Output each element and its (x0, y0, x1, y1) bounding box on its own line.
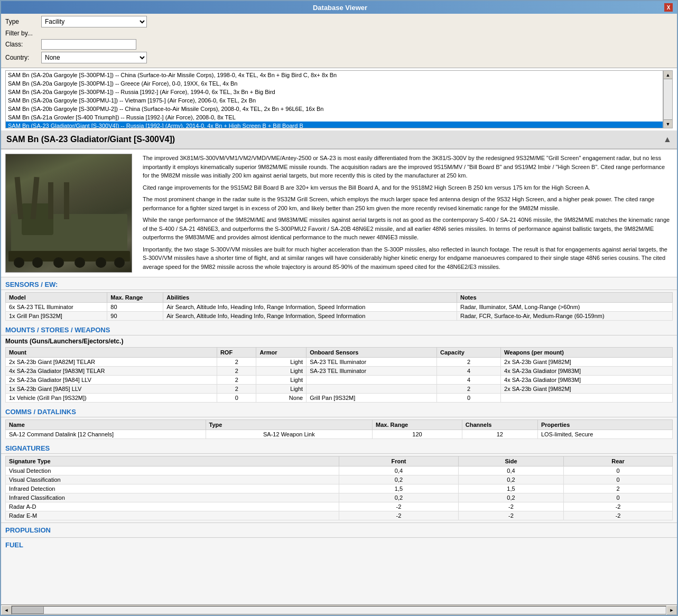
sensors-col-range: Max. Range (107, 293, 163, 303)
table-row: Radar A-D -2 -2 -2 (6, 502, 673, 511)
scroll-left-button[interactable]: ◄ (1, 605, 12, 615)
hscroll-thumb[interactable] (12, 606, 44, 614)
table-row: 1x Vehicle (Grill Pan [9S32M]) 0 None Gr… (6, 394, 673, 403)
table-row: 2x SA-23a Gladiator [9A84] LLV 2 Light 4… (6, 376, 673, 385)
sig-col-front: Front (339, 456, 459, 466)
mounts-col-rof: ROF (217, 348, 256, 358)
sensors-col-notes: Notes (457, 293, 672, 303)
table-row: 2x SA-23b Giant [9A82M] TELAR 2 Light SA… (6, 358, 673, 367)
close-button[interactable]: X (664, 3, 673, 12)
mounts-col-mount: Mount (6, 348, 217, 358)
signatures-header: SIGNATURES (1, 441, 677, 454)
comms-col-name: Name (6, 420, 206, 430)
signatures-table: Signature Type Front Side Rear Visual De… (5, 456, 673, 520)
list-item[interactable]: SAM Bn (SA-20b Gargoyle [S-300PMU-2]) --… (6, 105, 663, 113)
sensors-section: SENSORS / EW: Model Max. Range Abilities… (1, 277, 677, 323)
list-scroll-down[interactable]: ▼ (664, 119, 672, 128)
table-row: SA-12 Command Datalink [12 Channels] SA-… (6, 430, 673, 439)
mounts-subtitle: Mounts (Guns/Launchers/Ejectors/etc.) (5, 338, 673, 345)
detail-image (5, 154, 137, 273)
mounts-col-armor: Armor (256, 348, 307, 358)
class-input[interactable] (41, 39, 136, 50)
signatures-section: SIGNATURES Signature Type Front Side Rea… (1, 441, 677, 522)
list-item-selected[interactable]: SAM Bn (SA-23 Gladiator/Giant [S-300V4])… (6, 122, 663, 128)
list-item[interactable]: SAM Bn (SA-21a Growler [S-400 Triumph]) … (6, 113, 663, 122)
sig-col-side: Side (458, 456, 563, 466)
horizontal-scrollbar: ◄ ► (1, 604, 677, 615)
sensors-col-abilities: Abilities (163, 293, 457, 303)
fuel-section: FUEL (1, 537, 677, 552)
mounts-col-weapons: Weapons (per mount) (501, 348, 673, 358)
propulsion-section: PROPULSION (1, 522, 677, 537)
list-item[interactable]: SAM Bn (SA-20a Gargoyle [S-300PM-1]) -- … (6, 79, 663, 88)
table-row: 1x Grill Pan [9S32M] 90 Air Search, Alti… (6, 312, 673, 321)
comms-col-properties: Properties (537, 420, 672, 430)
main-window: Database Viewer X Type Facility Filter b… (0, 0, 678, 616)
comms-header: COMMS / DATALINKS (1, 405, 677, 417)
comms-col-channels: Channels (462, 420, 537, 430)
item-list[interactable]: SAM Bn (SA-20a Gargoyle [S-300PM-1]) -- … (5, 70, 663, 128)
mounts-header: MOUNTS / STORES / WEAPONS (1, 323, 677, 335)
fuel-header[interactable]: FUEL (1, 538, 677, 552)
table-row: 6x SA-23 TEL Illuminator 80 Air Search, … (6, 303, 673, 312)
list-item[interactable]: SAM Bn (SA-20a Gargoyle [S-300PMU-1]) --… (6, 96, 663, 105)
mounts-col-capacity: Capacity (437, 348, 501, 358)
title-bar: Database Viewer X (1, 1, 677, 14)
mounts-col-sensors: Onboard Sensors (307, 348, 437, 358)
table-row: Radar E-M -2 -2 -2 (6, 511, 673, 520)
list-scroll-up[interactable]: ▲ (664, 71, 672, 79)
list-item[interactable]: SAM Bn (SA-20a Gargoyle [S-300PM-1]) -- … (6, 71, 663, 79)
country-label: Country: (5, 54, 37, 61)
type-label: Type (5, 18, 37, 25)
comms-table: Name Type Max. Range Channels Properties… (5, 419, 673, 439)
propulsion-header[interactable]: PROPULSION (1, 523, 677, 537)
table-row: Infrared Classification 0,2 0,2 0 (6, 493, 673, 502)
detail-description: The improved 3K81M/S-300VM/VM1/VM2/VMD/V… (143, 154, 673, 273)
window-title: Database Viewer (16, 4, 664, 12)
hscroll-track[interactable] (12, 606, 666, 614)
mounts-section: MOUNTS / STORES / WEAPONS Mounts (Guns/L… (1, 323, 677, 405)
type-select[interactable]: Facility (41, 16, 147, 27)
country-select[interactable]: None (41, 52, 147, 63)
table-row: 4x SA-23a Gladiator [9A83M] TELAR 2 Ligh… (6, 367, 673, 376)
collapse-arrow[interactable]: ▲ (663, 135, 672, 144)
sensors-col-model: Model (6, 293, 107, 303)
comms-col-range: Max. Range (373, 420, 462, 430)
class-label: Class: (5, 41, 37, 48)
table-row: 1x SA-23b Giant [9A85] LLV 2 Light 2 2x … (6, 385, 673, 394)
table-row: Visual Classification 0,2 0,2 0 (6, 475, 673, 484)
list-item[interactable]: SAM Bn (SA-20a Gargoyle [S-300PM-1]) -- … (6, 88, 663, 96)
comms-section: COMMS / DATALINKS Name Type Max. Range C… (1, 405, 677, 441)
scroll-right-button[interactable]: ► (666, 605, 677, 615)
content-area: SAM Bn (SA-23 Gladiator/Giant [S-300V4])… (1, 130, 677, 604)
comms-col-type: Type (206, 420, 373, 430)
table-row: Infrared Detection 1,5 1,5 2 (6, 484, 673, 493)
detail-title: SAM Bn (SA-23 Gladiator/Giant [S-300V4]) (6, 135, 175, 144)
sensors-table: Model Max. Range Abilities Notes 6x SA-2… (5, 292, 673, 321)
table-row: Visual Detection 0,4 0,4 0 (6, 466, 673, 475)
mounts-table: Mount ROF Armor Onboard Sensors Capacity… (5, 347, 673, 403)
sig-col-type: Signature Type (6, 456, 339, 466)
filter-by-label: Filter by... (5, 30, 37, 37)
sensors-header: SENSORS / EW: (1, 277, 677, 290)
sig-col-rear: Rear (564, 456, 673, 466)
